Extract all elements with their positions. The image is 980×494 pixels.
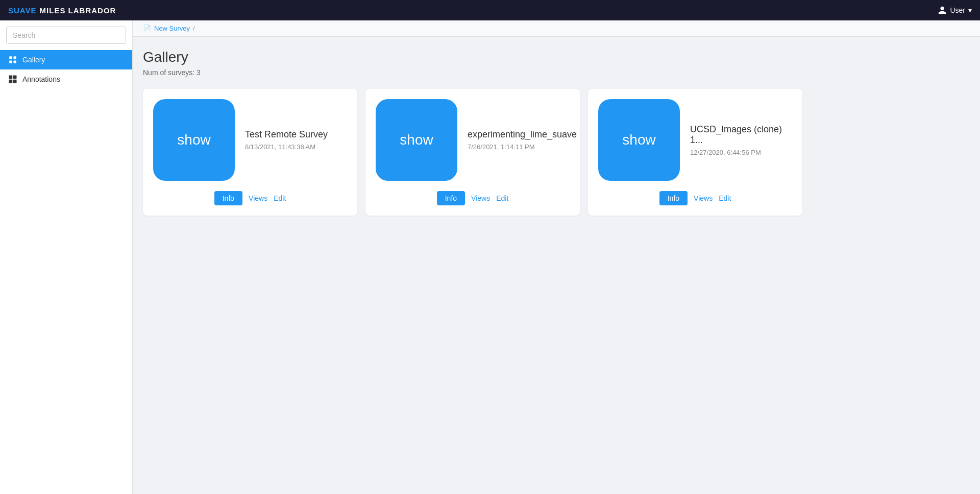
gallery-subtitle: Num of surveys: 3: [143, 68, 970, 77]
survey-card-2: show UCSD_Images (clone) 1... 12/27/2020…: [588, 89, 802, 216]
survey-date-1: 7/26/2021, 1:14:11 PM: [468, 143, 577, 151]
tag-icon: [8, 75, 17, 84]
card-actions-0: Info Views Edit: [153, 191, 347, 205]
sidebar-item-gallery[interactable]: Gallery: [0, 50, 132, 69]
edit-link-1[interactable]: Edit: [496, 194, 508, 202]
svg-rect-3: [14, 61, 16, 63]
survey-name-2: UCSD_Images (clone) 1...: [690, 124, 792, 146]
svg-rect-4: [9, 76, 13, 79]
breadcrumb-new-survey[interactable]: New Survey: [154, 25, 190, 32]
breadcrumb-separator: /: [193, 25, 195, 32]
brand-suave: SUAVE: [8, 6, 37, 15]
card-info-2: UCSD_Images (clone) 1... 12/27/2020, 6:4…: [690, 124, 792, 156]
sidebar-gallery-label: Gallery: [22, 56, 45, 64]
card-actions-2: Info Views Edit: [598, 191, 792, 205]
info-button-0[interactable]: Info: [214, 191, 242, 205]
survey-name-0: Test Remote Survey: [245, 129, 328, 140]
svg-rect-2: [9, 61, 12, 63]
card-info-1: experimenting_lime_suave 7/26/2021, 1:14…: [468, 129, 577, 151]
brand: SUAVE MILES LABRADOR: [8, 6, 116, 15]
survey-date-2: 12/27/2020, 6:44:56 PM: [690, 149, 792, 156]
card-body-2: show UCSD_Images (clone) 1... 12/27/2020…: [598, 99, 792, 181]
show-label-1: show: [400, 132, 433, 148]
views-link-2[interactable]: Views: [694, 194, 713, 202]
svg-rect-1: [14, 56, 16, 59]
breadcrumb: 📄 New Survey /: [133, 20, 980, 37]
show-button-2[interactable]: show: [598, 99, 680, 181]
user-menu[interactable]: User ▾: [938, 6, 972, 15]
info-button-2[interactable]: Info: [659, 191, 688, 205]
survey-date-0: 8/13/2021, 11:43:38 AM: [245, 143, 328, 151]
card-info-0: Test Remote Survey 8/13/2021, 11:43:38 A…: [245, 129, 328, 151]
content-area: 📄 New Survey / Gallery Num of surveys: 3…: [133, 20, 980, 494]
views-link-0[interactable]: Views: [249, 194, 267, 202]
survey-card-0: show Test Remote Survey 8/13/2021, 11:43…: [143, 89, 357, 216]
sidebar-annotations-label: Annotations: [22, 75, 60, 83]
search-input[interactable]: [6, 27, 126, 44]
edit-link-2[interactable]: Edit: [719, 194, 731, 202]
cards-grid: show Test Remote Survey 8/13/2021, 11:43…: [143, 89, 970, 216]
card-body-1: show experimenting_lime_suave 7/26/2021,…: [376, 99, 570, 181]
show-button-0[interactable]: show: [153, 99, 235, 181]
card-actions-1: Info Views Edit: [376, 191, 570, 205]
card-body-0: show Test Remote Survey 8/13/2021, 11:43…: [153, 99, 347, 181]
main-layout: Gallery Annotations 📄 New Survey / Galle…: [0, 20, 980, 494]
show-label-2: show: [622, 132, 655, 148]
survey-card-1: show experimenting_lime_suave 7/26/2021,…: [365, 89, 580, 216]
user-icon: [938, 6, 947, 15]
svg-rect-6: [9, 80, 13, 83]
sidebar-nav: Gallery Annotations: [0, 50, 132, 89]
grid-icon: [8, 55, 17, 64]
gallery-area: Gallery Num of surveys: 3 show Test Remo…: [133, 37, 980, 494]
svg-rect-7: [13, 80, 17, 83]
survey-name-1: experimenting_lime_suave: [468, 129, 577, 140]
svg-rect-0: [9, 56, 12, 59]
show-label-0: show: [177, 132, 210, 148]
info-button-1[interactable]: Info: [437, 191, 465, 205]
views-link-1[interactable]: Views: [471, 194, 490, 202]
user-dropdown-arrow: ▾: [968, 6, 972, 14]
navbar: SUAVE MILES LABRADOR User ▾: [0, 0, 980, 20]
user-label: User: [950, 6, 965, 14]
show-button-1[interactable]: show: [376, 99, 457, 181]
sidebar-item-annotations[interactable]: Annotations: [0, 69, 132, 89]
edit-link-0[interactable]: Edit: [274, 194, 286, 202]
search-container: [0, 27, 132, 50]
breadcrumb-doc-icon: 📄: [143, 25, 151, 32]
sidebar: Gallery Annotations: [0, 20, 133, 494]
svg-rect-5: [13, 76, 17, 79]
page-title: Gallery: [143, 49, 970, 65]
brand-rest: MILES LABRADOR: [40, 6, 116, 15]
